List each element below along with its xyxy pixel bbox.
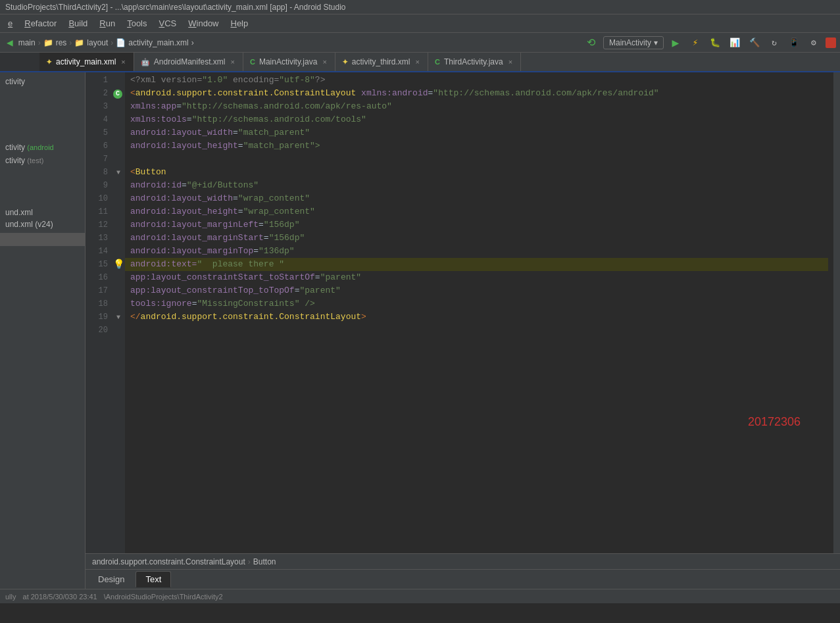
line-num-3: 3 [86,100,108,113]
menu-item-help[interactable]: Help [226,16,254,30]
code-line-2: <android.support.constraint.ConstraintLa… [130,87,833,100]
line-num-12: 12 [86,218,108,232]
gutter-5 [112,126,125,139]
code-line-8: <Button [130,166,833,179]
line-num-18: 18 [86,297,108,311]
tab-main-activity-java[interactable]: C MainActivity.java × [243,53,335,71]
breadcrumb-sep3: › [111,38,113,47]
sidebar-item-activity-test[interactable]: ctivity (test) [0,154,85,167]
title-text: StudioProjects\ThirdActivity2] - ...\app… [5,3,346,12]
gutter-13 [112,232,125,245]
line-numbers: 1234567891011121314151617181920 [86,72,112,553]
status-middle: at 2018/5/30/030 23:41 [23,593,97,601]
code-line-11: android:layout_height="wrap_content" [130,205,833,218]
gutter-11 [112,205,125,218]
gutter-6 [112,139,125,153]
gutter-17 [112,284,125,297]
breadcrumb-sep1: › [38,38,41,47]
tab-close-activity-main[interactable]: × [120,58,126,66]
gutter-14 [112,245,125,258]
gutter: C▼💡▼ [112,72,125,553]
breadcrumb-end: › [191,38,194,47]
code-line-12: android:layout_marginLeft="156dp" [130,218,833,232]
status-bar: ully at 2018/5/30/030 23:41 \AndroidStud… [0,589,840,603]
sdk-button[interactable]: ⚙ [806,35,822,51]
line-num-10: 10 [86,192,108,205]
breadcrumb-res[interactable]: res [56,38,67,47]
gutter-18 [112,297,125,311]
tab-activity-third-xml[interactable]: ✦ activity_third.xml × [335,53,428,71]
close-tab-button[interactable] [826,37,836,48]
code-editor[interactable]: 1234567891011121314151617181920 C▼💡▼ <?x… [86,72,840,553]
breadcrumb: main › 📁 res › 📁 layout › 📄 activity_mai… [18,38,194,47]
gutter-16 [112,271,125,284]
menu-item-window[interactable]: Window [183,16,224,30]
tab-third-java-icon: C [435,58,440,66]
breadcrumb-main[interactable]: main [18,38,36,47]
title-bar: StudioProjects\ThirdActivity2] - ...\app… [0,0,840,14]
breadcrumb-layout[interactable]: layout [87,38,108,47]
menu-item-vcs[interactable]: VCS [154,16,182,30]
run-config-label: MainActivity [609,38,651,47]
menu-item-tools[interactable]: Tools [122,16,152,30]
line-num-13: 13 [86,232,108,245]
sidebar-item-activity-android[interactable]: ctivity (android [0,141,85,154]
gutter-3 [112,100,125,113]
status-left: ully [5,593,16,601]
code-content[interactable]: <?xml version="1.0" encoding="utf-8"?><a… [125,72,833,553]
vertical-scrollbar[interactable] [833,72,840,553]
line-num-2: 2 [86,87,108,100]
line-num-19: 19 [86,311,108,324]
tab-design[interactable]: Design [88,571,134,587]
nav-bar: ◀ main › 📁 res › 📁 layout › 📄 activity_m… [0,33,840,53]
build-button[interactable]: 🔨 [747,35,762,51]
menu-item-edit[interactable]: e [3,16,18,30]
profile-button[interactable]: 📊 [727,35,743,51]
line-num-20: 20 [86,324,108,337]
line-num-17: 17 [86,284,108,297]
tab-third-activity-java[interactable]: C ThirdActivity.java × [428,53,521,71]
run-button[interactable]: ▶ [668,35,683,51]
line-num-6: 6 [86,139,108,153]
code-line-3: xmlns:app="http://schemas.android.com/ap… [130,100,833,113]
tab-activity-main-xml[interactable]: ✦ activity_main.xml × [39,53,134,71]
nav-back-button[interactable]: ◀ [4,35,16,51]
tab-android-manifest[interactable]: 🤖 AndroidManifest.xml × [134,53,243,71]
code-line-14: android:layout_marginTop="136dp" [130,245,833,258]
debug-button[interactable]: ⚡ [687,35,703,51]
breadcrumb-res-icon: 📁 [43,38,53,47]
run-config-selector[interactable]: MainActivity ▾ [603,36,664,49]
gutter-7 [112,153,125,166]
sidebar-file-und-xml[interactable]: und.xml [0,207,85,218]
sidebar-label-activity-android: ctivity [5,143,25,152]
sidebar-file-und-xml-v24[interactable]: und.xml (v24) [0,218,85,230]
bottom-tabs: Design Text [86,569,840,589]
tab-manifest-icon: 🤖 [141,58,150,66]
code-line-13: android:layout_marginStart="156dp" [130,232,833,245]
run-config-dropdown-icon[interactable]: ▾ [654,38,658,47]
gutter-1 [112,74,125,87]
line-num-9: 9 [86,179,108,192]
breadcrumb-sep2: › [69,38,72,47]
bc-button: Button [253,557,276,566]
sync-button[interactable]: ⟲ [583,35,599,51]
sidebar-label-activity-test: ctivity [5,156,25,165]
attach-button[interactable]: 🐛 [707,35,723,51]
breadcrumb-file[interactable]: activity_main.xml [128,38,188,47]
tab-close-activity-third[interactable]: × [414,58,421,66]
menu-item-build[interactable]: Build [63,16,93,30]
gutter-15: 💡 [112,258,125,271]
tab-text[interactable]: Text [136,571,171,587]
line-num-11: 11 [86,205,108,218]
tab-close-manifest[interactable]: × [230,58,236,66]
tab-close-third-activity[interactable]: × [507,58,514,66]
tab-close-main-activity[interactable]: × [321,58,328,66]
avd-button[interactable]: 📱 [786,35,802,51]
sidebar-item-activity[interactable]: ctivity [0,75,85,88]
menu-item-run[interactable]: Run [94,16,120,30]
tab-xml-icon: ✦ [46,58,52,66]
refresh-button[interactable]: ↻ [766,35,782,51]
line-num-1: 1 [86,74,108,87]
menu-item-refactor[interactable]: Refactor [19,16,62,30]
main-area: ctivity ctivity (android ctivity (test) … [0,72,840,589]
